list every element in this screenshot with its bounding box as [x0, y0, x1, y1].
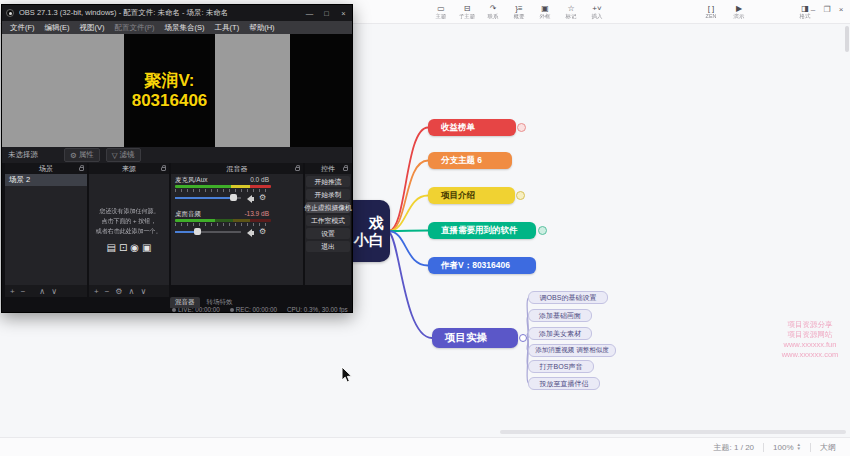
- topic-node-branch6[interactable]: 分支主题 6: [428, 152, 512, 169]
- collapse-badge-icon[interactable]: [538, 226, 547, 235]
- obs-scene-canvas[interactable]: 聚润V: 80316406: [124, 34, 215, 147]
- close-button[interactable]: ×: [834, 0, 848, 18]
- expand-circle-icon[interactable]: [519, 334, 527, 342]
- obs-titlebar[interactable]: OBS 27.1.3 (32-bit, windows) - 配置文件: 未命名…: [2, 5, 352, 21]
- topic-node-author[interactable]: 作者V：80316406: [428, 257, 536, 274]
- toolbar-button-summary[interactable]: }≡ 概要: [506, 1, 532, 23]
- collapse-badge-icon[interactable]: [517, 123, 526, 132]
- app-window-controls: – ❐ ×: [806, 0, 848, 18]
- no-source-label: 未选择源: [8, 150, 38, 160]
- tab-transitions[interactable]: 转场特效: [202, 297, 238, 308]
- start-recording-button[interactable]: 开始录制: [306, 189, 350, 200]
- toolbar-button-topic[interactable]: ▭ 主题: [428, 1, 454, 23]
- menu-profile[interactable]: 配置文件(P): [110, 23, 160, 33]
- scenes-panel-header[interactable]: 场景: [5, 163, 87, 174]
- restore-button[interactable]: ❐: [820, 0, 834, 18]
- topic-node-intro[interactable]: 项目介绍: [428, 187, 515, 204]
- topic-node-practice[interactable]: 项目实操: [432, 328, 518, 348]
- properties-label: 属性: [79, 150, 94, 160]
- button-label: 开始录制: [314, 190, 341, 200]
- toolbar-button-insert[interactable]: +˅ 插入: [584, 1, 610, 23]
- outline-button[interactable]: 大纲: [820, 442, 836, 453]
- subtopic-label: 添加美女素材: [539, 329, 581, 339]
- toolbar-label: 插入: [592, 13, 603, 19]
- mouse-cursor: [341, 366, 353, 384]
- menu-help[interactable]: 帮助(H): [244, 23, 279, 33]
- stop-virtual-camera-button[interactable]: 停止虚拟摄像机: [306, 202, 350, 213]
- settings-button[interactable]: 设置: [306, 228, 350, 239]
- remove-source-icon[interactable]: −: [105, 287, 110, 296]
- branch-line-0: [389, 128, 428, 232]
- toolbar-button-zen[interactable]: [ ] ZEN: [696, 1, 726, 23]
- subtopic-node[interactable]: 添加美女素材: [528, 327, 592, 340]
- sources-panel-header[interactable]: 来源: [89, 163, 169, 174]
- obs-menubar: 文件(F) 编辑(E) 视图(V) 配置文件(P) 场景集合(S) 工具(T) …: [2, 21, 352, 34]
- scene-list-item[interactable]: 场景 2: [5, 174, 87, 186]
- subtopic-node[interactable]: 调OBS的基础设置: [528, 291, 608, 304]
- obs-preview-area[interactable]: 聚润V: 80316406: [2, 34, 352, 147]
- subtopic-node[interactable]: 添加基础画面: [528, 309, 592, 322]
- subtopic-node[interactable]: 投放至直播伴侣: [528, 377, 600, 390]
- scenes-list[interactable]: 场景 2: [5, 174, 87, 285]
- vertical-scrollbar[interactable]: [845, 26, 849, 52]
- add-source-icon[interactable]: +: [94, 287, 99, 296]
- toolbar-button-marker[interactable]: ☆ 标记: [558, 1, 584, 23]
- move-down-icon[interactable]: ∨: [140, 287, 146, 296]
- zoom-control[interactable]: 100% ▲▼: [773, 443, 801, 452]
- lock-icon: [161, 167, 166, 171]
- toolbar-label: 联系: [488, 13, 499, 19]
- divider: [810, 443, 811, 452]
- monitor-icon: ⊡: [119, 242, 127, 253]
- menu-tools[interactable]: 工具(T): [210, 23, 245, 33]
- minimize-button[interactable]: –: [806, 0, 820, 18]
- exit-button[interactable]: 退出: [306, 241, 350, 252]
- start-streaming-button[interactable]: 开始推流: [306, 176, 350, 187]
- gear-icon[interactable]: ⚙: [259, 194, 266, 202]
- menu-edit[interactable]: 编辑(E): [40, 23, 75, 33]
- button-label: 开始推流: [314, 177, 341, 187]
- subtopic-node[interactable]: 添加消重视频 调整相似度: [528, 344, 616, 357]
- filters-button[interactable]: ▽滤镜: [106, 148, 141, 162]
- controls-panel-header[interactable]: 控件: [305, 163, 351, 174]
- obs-window-title: OBS 27.1.3 (32-bit, windows) - 配置文件: 未命名…: [19, 8, 301, 18]
- collapse-badge-icon[interactable]: [516, 191, 525, 200]
- empty-hint-line: 您还没有添加任何源。: [99, 207, 159, 216]
- zoom-stepper-icon[interactable]: ▲▼: [797, 443, 801, 451]
- move-up-icon[interactable]: ∧: [39, 287, 45, 296]
- toolbar-button-present[interactable]: ▶ 演示: [726, 1, 752, 23]
- maximize-button[interactable]: □: [318, 5, 335, 21]
- speaker-icon[interactable]: [247, 229, 252, 237]
- subtopic-node[interactable]: 打开BOS声音: [528, 360, 594, 373]
- toolbar-button-boundary[interactable]: ▣ 外框: [532, 1, 558, 23]
- add-scene-icon[interactable]: +: [10, 287, 15, 296]
- minimize-button[interactable]: —: [301, 5, 318, 21]
- volume-slider[interactable]: [175, 228, 241, 236]
- lock-icon: [79, 167, 84, 171]
- watermark-line: 项目资源网站: [772, 330, 848, 340]
- move-up-icon[interactable]: ∧: [129, 287, 135, 296]
- mixer-channel-db: -13.9 dB: [244, 210, 269, 217]
- close-button[interactable]: ×: [335, 5, 352, 21]
- topic-node-income[interactable]: 收益榜单: [428, 119, 516, 136]
- source-properties-icon[interactable]: ⚙: [115, 287, 122, 296]
- toolbar-button-subtopic[interactable]: ⊟ 子主题: [454, 1, 480, 23]
- move-down-icon[interactable]: ∨: [51, 287, 57, 296]
- controls-title: 控件: [321, 164, 335, 174]
- volume-slider[interactable]: [175, 194, 241, 202]
- properties-button[interactable]: ⚙属性: [64, 148, 100, 162]
- studio-mode-button[interactable]: 工作室模式: [306, 215, 350, 226]
- sources-empty-state: 您还没有添加任何源。 点击下面的 + 按钮， 或者右击此处添加一个。 ▤ ⊡ ◉…: [89, 174, 169, 285]
- menu-view[interactable]: 视图(V): [75, 23, 110, 33]
- gear-icon[interactable]: ⚙: [259, 228, 266, 236]
- topic-node-software[interactable]: 直播需要用到的软件: [428, 222, 536, 239]
- mixer-panel-header[interactable]: 混音器: [171, 163, 303, 174]
- toolbar-button-relationship[interactable]: ↷ 联系: [480, 1, 506, 23]
- remove-scene-icon[interactable]: −: [21, 287, 26, 296]
- subtopic-label: 调OBS的基础设置: [540, 293, 597, 303]
- tab-mixer[interactable]: 混音器: [170, 297, 200, 308]
- horizontal-scrollbar[interactable]: [500, 430, 846, 434]
- menu-file[interactable]: 文件(F): [5, 23, 40, 33]
- speaker-icon[interactable]: [247, 195, 252, 203]
- sources-list[interactable]: 您还没有添加任何源。 点击下面的 + 按钮， 或者右击此处添加一个。 ▤ ⊡ ◉…: [89, 174, 169, 285]
- menu-scene-collection[interactable]: 场景集合(S): [160, 23, 210, 33]
